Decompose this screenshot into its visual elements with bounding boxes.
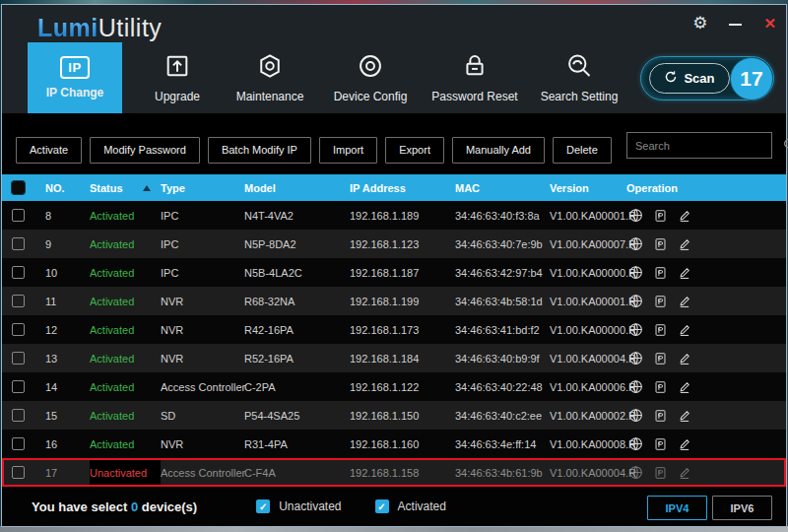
title-bar: LumiUtility ⚙ ✕ bbox=[2, 5, 786, 42]
row-model: C-F4A bbox=[244, 467, 350, 479]
web-icon[interactable] bbox=[628, 322, 643, 337]
minimize-icon[interactable] bbox=[729, 24, 742, 26]
filter-unactivated[interactable]: ✓ Unactivated bbox=[256, 499, 341, 513]
table-row[interactable]: 15 Activated SD P54-4SA25 192.168.1.150 … bbox=[2, 401, 786, 430]
device-card-icon[interactable] bbox=[654, 437, 667, 451]
settings-gear-icon[interactable]: ⚙ bbox=[692, 15, 707, 32]
edit-icon[interactable] bbox=[678, 266, 691, 280]
row-type: NVR bbox=[161, 296, 244, 307]
upgrade-icon bbox=[164, 52, 191, 83]
row-checkbox[interactable] bbox=[12, 209, 25, 222]
row-checkbox[interactable] bbox=[12, 352, 25, 365]
row-model: N5P-8DA2 bbox=[244, 238, 350, 250]
scan-button[interactable]: Scan bbox=[649, 63, 730, 94]
web-icon[interactable] bbox=[628, 294, 643, 308]
ip-badge-icon: IP bbox=[60, 56, 89, 79]
tab-search-setting[interactable]: Search Setting bbox=[528, 42, 630, 113]
checkbox-checked-icon[interactable]: ✓ bbox=[375, 499, 389, 513]
row-checkbox[interactable] bbox=[12, 323, 25, 336]
row-no: 12 bbox=[45, 324, 90, 336]
device-card-icon[interactable] bbox=[654, 209, 667, 223]
table-row[interactable]: 9 Activated IPC N5P-8DA2 192.168.1.123 3… bbox=[2, 230, 786, 258]
tab-upgrade[interactable]: Upgrade bbox=[134, 42, 221, 113]
edit-icon[interactable] bbox=[678, 409, 691, 423]
table-row[interactable]: 16 Activated NVR R31-4PA 192.168.1.160 3… bbox=[2, 430, 786, 458]
table-row[interactable]: 11 Activated NVR R68-32NA 192.168.1.199 … bbox=[2, 287, 786, 315]
row-type: NVR bbox=[161, 438, 244, 450]
row-checkbox[interactable] bbox=[12, 380, 25, 393]
modify-password-button[interactable]: Modify Password bbox=[90, 137, 200, 164]
delete-button[interactable]: Delete bbox=[553, 137, 612, 164]
tab-password-reset[interactable]: Password Reset bbox=[422, 42, 528, 113]
device-card-icon[interactable] bbox=[654, 237, 667, 251]
table-row[interactable]: 8 Activated IPC N4T-4VA2 192.168.1.189 3… bbox=[2, 201, 786, 230]
device-card-icon[interactable] bbox=[654, 380, 667, 394]
web-icon[interactable] bbox=[628, 208, 643, 223]
edit-icon[interactable] bbox=[678, 437, 691, 451]
ipv4-button[interactable]: IPV4 bbox=[647, 496, 707, 520]
table-row[interactable]: 13 Activated NVR R52-16PA 192.168.1.184 … bbox=[2, 344, 786, 372]
web-icon[interactable] bbox=[628, 351, 643, 366]
tab-maintenance[interactable]: Maintenance bbox=[221, 42, 319, 113]
activate-button[interactable]: Activate bbox=[16, 137, 82, 164]
row-checkbox[interactable] bbox=[12, 409, 25, 422]
edit-icon[interactable] bbox=[678, 466, 691, 480]
row-checkbox[interactable] bbox=[12, 437, 25, 450]
row-version: V1.00.KA00008.R bbox=[550, 438, 626, 450]
table-row[interactable]: 10 Activated IPC N5B-4LA2C 192.168.1.187… bbox=[2, 258, 786, 287]
row-checkbox[interactable] bbox=[12, 295, 25, 307]
web-icon[interactable] bbox=[628, 408, 643, 423]
row-no: 16 bbox=[45, 438, 90, 450]
row-type: Access Controller bbox=[161, 467, 244, 479]
row-no: 17 bbox=[45, 467, 90, 479]
column-header-no: NO. bbox=[45, 182, 90, 194]
row-checkbox[interactable] bbox=[12, 266, 25, 279]
table-row[interactable]: 17 Unactivated Access Controller C-F4A 1… bbox=[2, 458, 786, 487]
search-input[interactable] bbox=[627, 140, 783, 152]
select-all-checkbox[interactable] bbox=[12, 181, 25, 194]
row-checkbox[interactable] bbox=[12, 466, 25, 479]
device-card-icon[interactable] bbox=[654, 352, 667, 366]
search-icon bbox=[783, 137, 788, 155]
import-button[interactable]: Import bbox=[319, 137, 377, 164]
device-card-icon[interactable] bbox=[654, 266, 667, 280]
edit-icon[interactable] bbox=[678, 380, 691, 394]
device-card-icon[interactable] bbox=[654, 466, 667, 480]
row-version: V1.00.KA00007.R bbox=[550, 238, 626, 250]
row-status-cell: Activated bbox=[90, 315, 161, 344]
row-mac: 34:46:63:40:f3:8a bbox=[455, 210, 550, 222]
manually-add-button[interactable]: Manually Add bbox=[452, 137, 545, 164]
web-icon[interactable] bbox=[628, 465, 643, 480]
column-header-status[interactable]: Status bbox=[90, 182, 161, 194]
tab-device-config[interactable]: Device Config bbox=[319, 42, 422, 113]
row-version: V1.00.KA00001.R bbox=[550, 210, 626, 222]
device-card-icon[interactable] bbox=[654, 409, 667, 423]
edit-icon[interactable] bbox=[678, 352, 691, 366]
device-card-icon[interactable] bbox=[654, 323, 667, 337]
web-icon[interactable] bbox=[628, 379, 643, 394]
table-row[interactable]: 12 Activated NVR R42-16PA 192.168.1.173 … bbox=[2, 315, 786, 344]
export-button[interactable]: Export bbox=[385, 137, 444, 164]
row-no: 9 bbox=[45, 238, 90, 250]
batch-modify-ip-button[interactable]: Batch Modify IP bbox=[208, 137, 311, 164]
close-icon[interactable]: ✕ bbox=[763, 16, 776, 31]
checkbox-checked-icon[interactable]: ✓ bbox=[256, 499, 270, 513]
row-checkbox[interactable] bbox=[12, 237, 25, 250]
search-setting-icon bbox=[565, 52, 593, 83]
tab-ip-change[interactable]: IP IP Change bbox=[28, 42, 122, 113]
edit-icon[interactable] bbox=[678, 209, 691, 223]
edit-icon[interactable] bbox=[678, 295, 691, 308]
filter-activated[interactable]: ✓ Activated bbox=[375, 499, 446, 513]
table-row[interactable]: 14 Activated Access Controller C-2PA 192… bbox=[2, 372, 786, 401]
edit-icon[interactable] bbox=[678, 323, 691, 337]
device-card-icon[interactable] bbox=[654, 295, 667, 308]
tab-label: Upgrade bbox=[155, 90, 200, 103]
row-mac: 34:46:63:40:22:48 bbox=[455, 381, 550, 393]
row-ip: 192.168.1.158 bbox=[350, 467, 455, 479]
ipv6-button[interactable]: IPV6 bbox=[712, 496, 772, 520]
web-icon[interactable] bbox=[628, 436, 643, 451]
row-status: Activated bbox=[90, 267, 134, 279]
web-icon[interactable] bbox=[628, 265, 643, 280]
edit-icon[interactable] bbox=[678, 237, 691, 251]
web-icon[interactable] bbox=[628, 236, 643, 251]
